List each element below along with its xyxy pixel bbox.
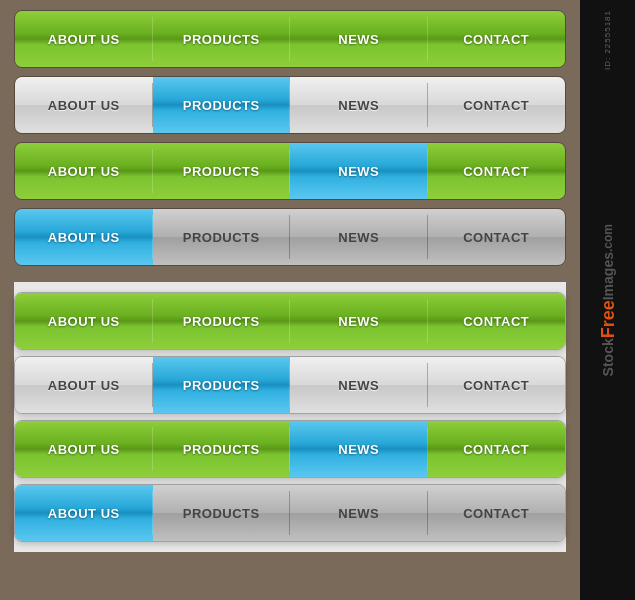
- nav-btn-news-row2[interactable]: NEWS: [290, 143, 428, 199]
- nav-bar-2: ABOUT USPRODUCTSNEWSCONTACT: [14, 142, 566, 200]
- light-section: ABOUT USPRODUCTSNEWSCONTACTABOUT USPRODU…: [14, 282, 566, 552]
- nav-btn-contact-row2[interactable]: CONTACT: [428, 143, 566, 199]
- nav-btn-products-row1[interactable]: PRODUCTS: [153, 77, 291, 133]
- nav-btn-about-us-row0[interactable]: ABOUT US: [15, 293, 153, 349]
- nav-btn-contact-row1[interactable]: CONTACT: [428, 77, 566, 133]
- dark-section: ABOUT USPRODUCTSNEWSCONTACTABOUT USPRODU…: [14, 10, 566, 274]
- nav-btn-contact-row3[interactable]: CONTACT: [428, 485, 566, 541]
- brand-logo: StockFreeImages.com: [598, 224, 618, 376]
- nav-btn-products-row2[interactable]: PRODUCTS: [153, 421, 291, 477]
- nav-bar-3: ABOUT USPRODUCTSNEWSCONTACT: [14, 484, 566, 542]
- nav-btn-news-row1[interactable]: NEWS: [290, 77, 428, 133]
- nav-btn-about-us-row1[interactable]: ABOUT US: [15, 357, 153, 413]
- nav-btn-products-row0[interactable]: PRODUCTS: [153, 293, 291, 349]
- nav-btn-news-row3[interactable]: NEWS: [290, 485, 428, 541]
- nav-btn-news-row2[interactable]: NEWS: [290, 421, 428, 477]
- nav-bar-2: ABOUT USPRODUCTSNEWSCONTACT: [14, 420, 566, 478]
- nav-btn-contact-row1[interactable]: CONTACT: [428, 357, 566, 413]
- nav-btn-about-us-row0[interactable]: ABOUT US: [15, 11, 153, 67]
- nav-bar-0: ABOUT USPRODUCTSNEWSCONTACT: [14, 10, 566, 68]
- nav-bar-1: ABOUT USPRODUCTSNEWSCONTACT: [14, 356, 566, 414]
- nav-bar-3: ABOUT USPRODUCTSNEWSCONTACT: [14, 208, 566, 266]
- sidebar: ID: 22555181 StockFreeImages.com: [580, 0, 635, 600]
- nav-btn-contact-row2[interactable]: CONTACT: [428, 421, 566, 477]
- nav-btn-news-row0[interactable]: NEWS: [290, 293, 428, 349]
- nav-btn-news-row1[interactable]: NEWS: [290, 357, 428, 413]
- nav-btn-news-row3[interactable]: NEWS: [290, 209, 428, 265]
- nav-btn-contact-row0[interactable]: CONTACT: [428, 11, 566, 67]
- nav-btn-about-us-row3[interactable]: ABOUT US: [15, 209, 153, 265]
- nav-btn-about-us-row2[interactable]: ABOUT US: [15, 421, 153, 477]
- nav-btn-about-us-row1[interactable]: ABOUT US: [15, 77, 153, 133]
- nav-btn-about-us-row2[interactable]: ABOUT US: [15, 143, 153, 199]
- nav-btn-products-row1[interactable]: PRODUCTS: [153, 357, 291, 413]
- nav-btn-products-row3[interactable]: PRODUCTS: [153, 209, 291, 265]
- main-area: ABOUT USPRODUCTSNEWSCONTACTABOUT USPRODU…: [0, 0, 580, 600]
- id-label: ID: 22555181: [603, 10, 612, 70]
- nav-btn-about-us-row3[interactable]: ABOUT US: [15, 485, 153, 541]
- nav-btn-contact-row3[interactable]: CONTACT: [428, 209, 566, 265]
- nav-btn-news-row0[interactable]: NEWS: [290, 11, 428, 67]
- nav-btn-products-row2[interactable]: PRODUCTS: [153, 143, 291, 199]
- nav-btn-products-row0[interactable]: PRODUCTS: [153, 11, 291, 67]
- nav-bar-0: ABOUT USPRODUCTSNEWSCONTACT: [14, 292, 566, 350]
- nav-bar-1: ABOUT USPRODUCTSNEWSCONTACT: [14, 76, 566, 134]
- nav-btn-products-row3[interactable]: PRODUCTS: [153, 485, 291, 541]
- nav-btn-contact-row0[interactable]: CONTACT: [428, 293, 566, 349]
